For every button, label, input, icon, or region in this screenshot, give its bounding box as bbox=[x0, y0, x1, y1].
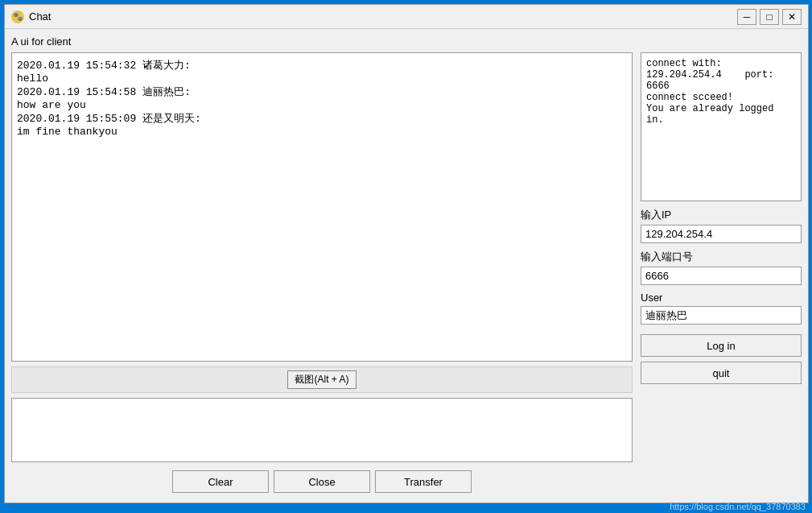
user-field-group: User bbox=[641, 292, 802, 325]
port-field-group: 输入端口号 bbox=[641, 250, 802, 285]
connection-log: connect with: 129.204.254.4 port: 6666 c… bbox=[641, 52, 802, 201]
left-panel: 2020.01.19 15:54:32 诸葛大力: hello 2020.01.… bbox=[11, 52, 633, 496]
window-controls: ─ □ ✕ bbox=[737, 9, 802, 25]
window-title: Chat bbox=[29, 10, 737, 23]
subtitle: A ui for client bbox=[11, 35, 802, 48]
screenshot-button[interactable]: 截图(Alt + A) bbox=[287, 370, 356, 389]
watermark: https://blog.csdn.net/qq_37870383 bbox=[670, 502, 806, 511]
clear-button[interactable]: Clear bbox=[172, 470, 269, 493]
app-icon: 🐾 bbox=[11, 10, 24, 23]
maximize-button[interactable]: □ bbox=[760, 9, 779, 25]
action-buttons: Log in quit bbox=[641, 334, 802, 384]
title-bar: 🐾 Chat ─ □ ✕ bbox=[5, 5, 808, 29]
minimize-button[interactable]: ─ bbox=[737, 9, 756, 25]
right-panel: connect with: 129.204.254.4 port: 6666 c… bbox=[641, 52, 802, 496]
chat-log[interactable]: 2020.01.19 15:54:32 诸葛大力: hello 2020.01.… bbox=[11, 52, 633, 362]
bottom-buttons: Clear Close Transfer bbox=[11, 467, 633, 496]
user-input[interactable] bbox=[641, 306, 802, 325]
ip-input[interactable] bbox=[641, 225, 802, 243]
login-button[interactable]: Log in bbox=[641, 334, 802, 357]
window-content: A ui for client 2020.01.19 15:54:32 诸葛大力… bbox=[5, 29, 808, 503]
port-input[interactable] bbox=[641, 267, 802, 285]
quit-button[interactable]: quit bbox=[641, 362, 802, 384]
transfer-button[interactable]: Transfer bbox=[375, 470, 472, 493]
ip-label: 输入IP bbox=[641, 208, 802, 222]
ip-field-group: 输入IP bbox=[641, 208, 802, 243]
user-label: User bbox=[641, 292, 802, 304]
close-chat-button[interactable]: Close bbox=[274, 470, 370, 493]
close-button[interactable]: ✕ bbox=[782, 9, 802, 25]
main-area: 2020.01.19 15:54:32 诸葛大力: hello 2020.01.… bbox=[11, 52, 802, 496]
screenshot-bar: 截图(Alt + A) bbox=[11, 366, 633, 393]
message-input-area[interactable] bbox=[11, 398, 633, 462]
port-label: 输入端口号 bbox=[641, 250, 802, 264]
main-window: 🐾 Chat ─ □ ✕ A ui for client 2020.01.19 … bbox=[4, 4, 809, 503]
